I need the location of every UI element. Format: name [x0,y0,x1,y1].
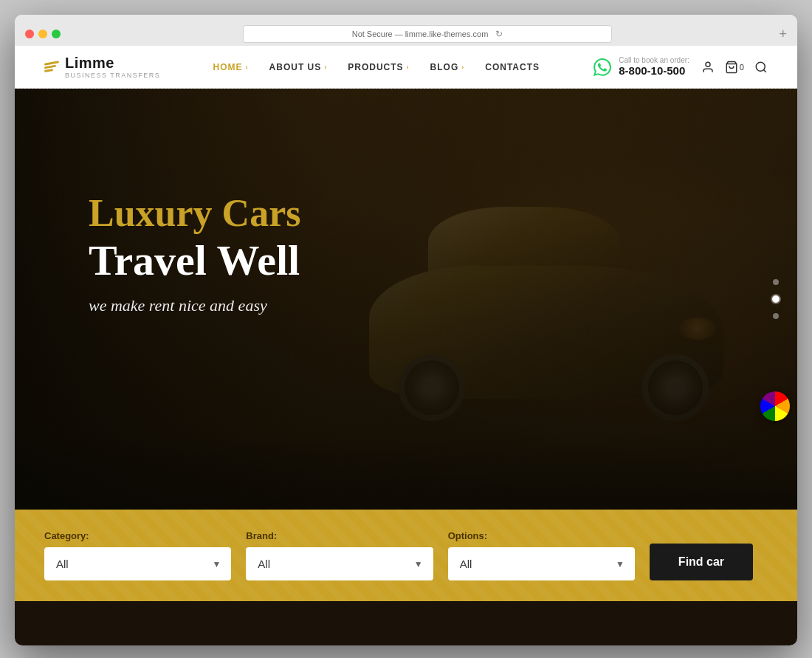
brand-field-group: Brand: All BMW Mercedes Audi Lexus Rolls… [246,530,433,580]
palette-widget[interactable] [760,391,790,421]
options-label: Options: [448,530,635,541]
cart-icon[interactable]: 0 [725,61,744,74]
nav-about[interactable]: ABOUT US › [269,62,328,72]
svg-line-3 [763,69,765,72]
minimize-button[interactable] [38,30,47,38]
logo-name: Limme [65,55,160,72]
brand-label: Brand: [246,530,433,541]
below-fold [15,601,797,645]
options-select-wrapper: All With Driver Self Drive Airport Trans… [448,547,635,580]
user-icon[interactable] [701,61,715,74]
logo-text: Limme business transfers [65,55,160,79]
website: Limme business transfers HOME › ABOUT US… [15,46,797,645]
whatsapp-icon[interactable] [592,57,613,78]
maximize-button[interactable] [52,30,61,38]
brand-select-wrapper: All BMW Mercedes Audi Lexus Rolls-Royce … [246,547,433,580]
svg-point-0 [706,62,710,66]
nav-about-arrow: › [324,64,327,71]
site-header: Limme business transfers HOME › ABOUT US… [15,46,797,89]
find-car-button[interactable]: Find car [650,544,753,580]
category-field-group: Category: All Sedan SUV Luxury Van ▼ [44,530,231,580]
main-nav: HOME › ABOUT US › PRODUCTS › BLOG › CONT… [213,62,540,72]
options-field-group: Options: All With Driver Self Drive Airp… [448,530,635,580]
hero-title-gold: Luxury Cars [89,192,797,234]
phone-area: Call to book an order: 8-800-10-500 [592,56,689,78]
category-select[interactable]: All Sedan SUV Luxury Van [44,547,231,580]
phone-text: Call to book an order: 8-800-10-500 [619,56,689,78]
nav-home-arrow: › [246,64,249,71]
hero-section: Luxury Cars Travel Well we make rent nic… [15,89,797,510]
search-icon[interactable] [754,61,768,74]
nav-products-arrow: › [407,64,410,71]
close-button[interactable] [25,30,34,38]
svg-point-2 [756,62,765,71]
browser-window: Not Secure — limme.like-themes.com ↻ + L… [15,15,797,645]
url-text: Not Secure — limme.like-themes.com [352,30,489,38]
search-fields: Category: All Sedan SUV Luxury Van ▼ [44,530,753,580]
cart-count: 0 [740,63,744,72]
nav-products[interactable]: PRODUCTS › [348,62,409,72]
nav-contacts[interactable]: CONTACTS [485,62,540,72]
call-label: Call to book an order: [619,56,689,64]
slider-dots [772,279,780,319]
reload-icon[interactable]: ↻ [495,29,503,39]
address-bar[interactable]: Not Secure — limme.like-themes.com ↻ [243,25,612,43]
logo-icon [44,62,59,72]
hero-content: Luxury Cars Travel Well we make rent nic… [15,89,797,315]
options-select[interactable]: All With Driver Self Drive Airport Trans… [448,547,635,580]
nav-blog-arrow: › [461,64,464,71]
brand-select[interactable]: All BMW Mercedes Audi Lexus Rolls-Royce [246,547,433,580]
search-bar: Category: All Sedan SUV Luxury Van ▼ [15,510,797,601]
nav-blog[interactable]: BLOG › [430,62,465,72]
phone-number: 8-800-10-500 [619,64,685,77]
category-label: Category: [44,530,231,541]
header-right: Call to book an order: 8-800-10-500 [592,56,768,78]
slider-dot-1[interactable] [773,279,779,285]
slider-dot-3[interactable] [773,313,779,319]
traffic-lights [25,30,61,38]
header-icons: 0 [701,61,768,74]
hero-subtitle: we make rent nice and easy [89,296,797,315]
slider-dot-2-active[interactable] [772,295,780,303]
logo[interactable]: Limme business transfers [44,55,160,79]
new-tab-button[interactable]: + [779,27,787,42]
hero-title-white: Travel Well [89,237,797,284]
browser-chrome: Not Secure — limme.like-themes.com ↻ + [15,15,797,46]
category-select-wrapper: All Sedan SUV Luxury Van ▼ [44,547,231,580]
logo-tagline: business transfers [65,72,160,79]
nav-home[interactable]: HOME › [213,62,249,72]
